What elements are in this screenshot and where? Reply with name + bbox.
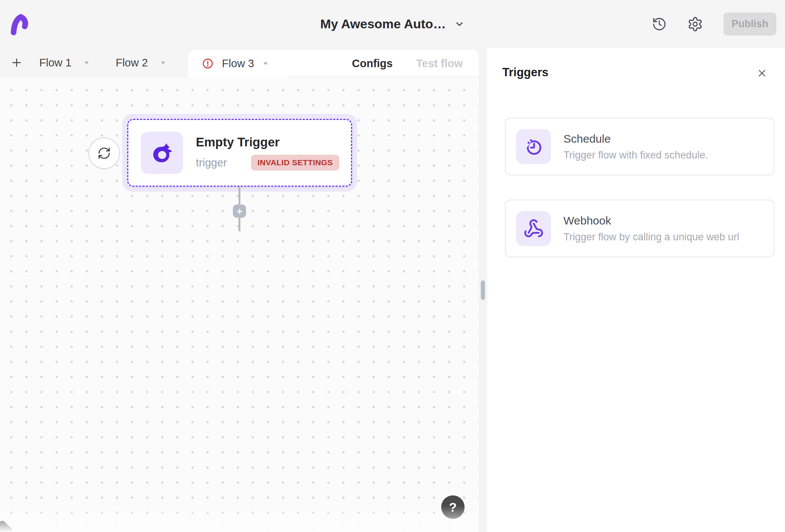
logo-icon bbox=[8, 12, 32, 36]
close-icon bbox=[756, 68, 768, 79]
webhook-icon-tile bbox=[516, 211, 551, 246]
flow-tab-bar: Flow 1 Flow 2 Flow 3 Configs Test flow bbox=[0, 48, 479, 77]
trigger-node-subtitle: trigger bbox=[196, 157, 227, 169]
plus-icon bbox=[10, 56, 23, 69]
close-panel-button[interactable] bbox=[756, 68, 768, 79]
invalid-settings-badge: INVALID SETTINGS bbox=[251, 155, 339, 171]
help-button[interactable]: ? bbox=[441, 495, 465, 519]
chevron-down-icon[interactable] bbox=[262, 61, 269, 66]
gear-icon bbox=[687, 16, 703, 32]
chevron-down-icon bbox=[454, 19, 465, 29]
trigger-option-schedule[interactable]: Schedule Trigger flow with fixed schedul… bbox=[505, 118, 774, 175]
chevron-down-icon[interactable] bbox=[160, 60, 166, 65]
trigger-card-description: Trigger flow by calling a unique web url bbox=[563, 231, 739, 243]
invalid-warning-icon bbox=[202, 58, 214, 69]
trigger-node[interactable]: Empty Trigger trigger INVALID SETTINGS bbox=[127, 119, 352, 187]
add-step-button[interactable]: + bbox=[233, 204, 246, 218]
refresh-icon bbox=[97, 146, 111, 160]
trigger-option-webhook[interactable]: Webhook Trigger flow by calling a unique… bbox=[505, 200, 774, 257]
flow-title-dropdown[interactable]: My Awesome Auto… bbox=[320, 0, 465, 48]
webhook-icon bbox=[523, 218, 544, 239]
tab-configs[interactable]: Configs bbox=[352, 57, 393, 70]
trigger-card-title: Schedule bbox=[563, 132, 708, 145]
tab-flow-2[interactable]: Flow 2 bbox=[103, 48, 179, 77]
app-header: My Awesome Auto… Publish bbox=[0, 0, 785, 48]
history-button[interactable] bbox=[652, 17, 667, 32]
history-icon bbox=[652, 17, 667, 32]
canvas-scrollbar-track bbox=[479, 48, 487, 532]
flow-title: My Awesome Auto… bbox=[320, 17, 446, 31]
chevron-down-icon[interactable] bbox=[83, 60, 90, 65]
flame-icon bbox=[149, 140, 174, 165]
corner-widget-peek bbox=[0, 520, 14, 532]
clock-icon bbox=[524, 137, 543, 157]
refresh-trigger-button[interactable] bbox=[88, 137, 120, 169]
schedule-icon-tile bbox=[516, 129, 551, 164]
tab-flow-3[interactable]: Flow 3 bbox=[188, 57, 269, 70]
triggers-panel: Triggers Schedule Trigger flow with fixe… bbox=[487, 48, 785, 532]
tab-label: Flow 2 bbox=[115, 57, 148, 69]
flow-canvas[interactable]: Empty Trigger trigger INVALID SETTINGS +… bbox=[0, 77, 479, 532]
settings-button[interactable] bbox=[687, 16, 703, 32]
trigger-card-title: Webhook bbox=[563, 214, 739, 227]
canvas-scrollbar-thumb[interactable] bbox=[481, 280, 485, 300]
trigger-node-icon-tile bbox=[141, 132, 183, 174]
tab-test-flow[interactable]: Test flow bbox=[416, 57, 463, 70]
panel-title: Triggers bbox=[502, 66, 548, 79]
publish-button[interactable]: Publish bbox=[723, 12, 776, 35]
tab-label: Flow 3 bbox=[222, 57, 254, 70]
tab-flow-1[interactable]: Flow 1 bbox=[26, 48, 103, 77]
trigger-card-description: Trigger flow with fixed schedule. bbox=[563, 149, 708, 161]
add-flow-button[interactable] bbox=[7, 53, 26, 72]
trigger-node-title: Empty Trigger bbox=[196, 135, 339, 149]
tab-label: Flow 1 bbox=[39, 57, 71, 69]
